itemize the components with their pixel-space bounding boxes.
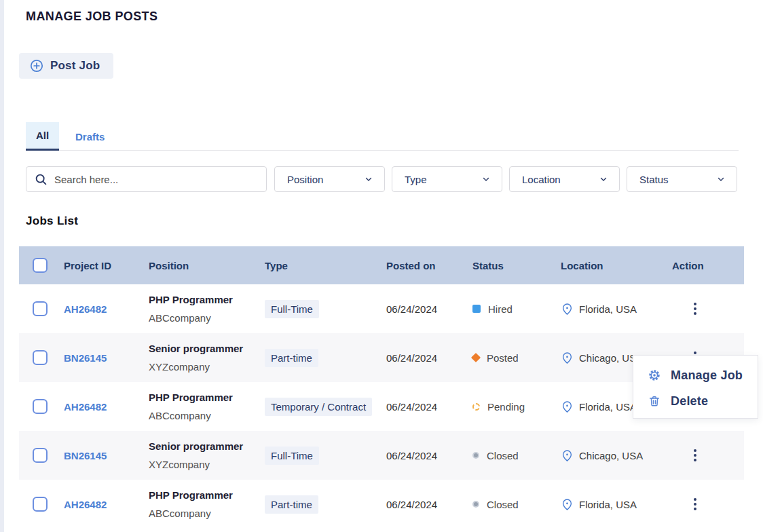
status-label: Hired: [488, 303, 513, 315]
row-actions-menu: Manage Job Delete: [633, 355, 758, 419]
post-job-button[interactable]: Post Job: [19, 53, 113, 79]
table-row: AH26482 PHP Programmer ABCcompany Full-T…: [19, 284, 744, 333]
col-position: Position: [149, 260, 265, 271]
delete-label: Delete: [671, 394, 708, 408]
company-name: ABCcompany: [149, 311, 211, 325]
position-title: Senior programmer: [149, 342, 243, 356]
col-type: Type: [265, 260, 386, 271]
status-label: Closed: [487, 450, 519, 461]
project-id-link[interactable]: BN26145: [64, 352, 107, 364]
row-checkbox[interactable]: [33, 350, 48, 365]
plus-circle-icon: [30, 59, 43, 73]
table-row: AH26482 PHP Programmer ABCcompany Part-t…: [19, 480, 744, 529]
row-checkbox[interactable]: [33, 399, 48, 414]
status-filter-dropdown[interactable]: Status: [627, 166, 737, 192]
col-location: Location: [561, 260, 672, 271]
job-type-badge: Temporary / Contract: [265, 398, 372, 416]
chevron-down-icon: [481, 174, 491, 184]
status-pending-icon: [472, 403, 480, 411]
company-name: XYZcompany: [149, 458, 210, 472]
location-pin-icon: [561, 352, 574, 364]
location-label: Florida, USA: [579, 401, 637, 413]
tab-all[interactable]: All: [26, 122, 59, 151]
search-icon: [35, 173, 48, 186]
table-row: BN26145 Senior programmer XYZcompany Ful…: [19, 431, 744, 480]
location-filter-label: Location: [522, 174, 561, 185]
job-type-badge: Part-time: [265, 349, 318, 367]
row-checkbox[interactable]: [33, 301, 48, 316]
jobs-list-heading: Jobs List: [26, 214, 78, 228]
project-id-link[interactable]: AH26482: [64, 303, 107, 315]
manage-job-label: Manage Job: [671, 368, 743, 383]
location-label: Florida, USA: [579, 303, 637, 315]
location-label: Florida, USA: [579, 499, 637, 510]
chevron-down-icon: [716, 174, 726, 184]
position-title: PHP Programmer: [149, 391, 233, 404]
search-input[interactable]: [54, 174, 258, 185]
manage-job-menu-item[interactable]: Manage Job: [648, 364, 758, 386]
status-label: Closed: [487, 499, 519, 510]
status-filter-label: Status: [639, 174, 669, 185]
location-pin-icon: [561, 498, 574, 511]
tabs: All Drafts: [26, 122, 739, 151]
position-filter-dropdown[interactable]: Position: [274, 166, 385, 192]
status-closed-icon: [472, 452, 479, 459]
company-name: ABCcompany: [149, 507, 211, 520]
status-posted-icon: [471, 353, 481, 362]
select-all-checkbox[interactable]: [33, 258, 48, 273]
position-title: PHP Programmer: [149, 489, 233, 502]
location-filter-dropdown[interactable]: Location: [509, 166, 620, 192]
col-posted-on: Posted on: [386, 260, 472, 271]
type-filter-dropdown[interactable]: Type: [392, 166, 502, 192]
col-project-id: Project ID: [64, 260, 149, 271]
project-id-link[interactable]: AH26482: [64, 499, 107, 510]
position-filter-label: Position: [287, 174, 323, 185]
chevron-down-icon: [599, 174, 608, 184]
status-label: Posted: [487, 352, 519, 364]
filter-bar: Position Type Location Status: [0, 166, 763, 192]
job-type-badge: Full-Time: [265, 446, 319, 465]
status-closed-icon: [472, 501, 479, 508]
location-pin-icon: [561, 400, 574, 413]
position-title: PHP Programmer: [149, 293, 233, 307]
posted-date: 06/24/2024: [386, 352, 472, 364]
chevron-down-icon: [364, 174, 373, 184]
status-label: Pending: [487, 401, 525, 413]
posted-date: 06/24/2024: [386, 450, 472, 461]
col-status: Status: [472, 260, 561, 271]
job-type-badge: Full-Time: [265, 300, 319, 318]
company-name: ABCcompany: [149, 409, 211, 423]
row-checkbox[interactable]: [33, 448, 48, 463]
post-job-label: Post Job: [50, 59, 100, 73]
location-pin-icon: [561, 303, 574, 316]
status-hired-icon: [472, 305, 481, 313]
col-action: Action: [672, 260, 744, 271]
location-label: Chicago, USA: [579, 450, 643, 461]
project-id-link[interactable]: BN26145: [64, 450, 107, 461]
job-type-badge: Part-time: [265, 495, 318, 514]
company-name: XYZcompany: [149, 360, 210, 374]
posted-date: 06/24/2024: [386, 401, 472, 413]
row-actions-kebab[interactable]: [690, 495, 701, 513]
page-title: MANAGE JOB POSTS: [26, 10, 157, 24]
row-checkbox[interactable]: [33, 497, 48, 512]
manage-job-posts-page: MANAGE JOB POSTS Post Job All Drafts Pos…: [0, 0, 763, 532]
sidebar-edge: [0, 0, 4, 532]
trash-icon: [648, 395, 660, 407]
row-actions-kebab[interactable]: [690, 446, 701, 464]
delete-menu-item[interactable]: Delete: [648, 390, 758, 412]
gear-icon: [648, 369, 660, 381]
tab-drafts[interactable]: Drafts: [70, 122, 110, 151]
location-pin-icon: [561, 449, 574, 462]
posted-date: 06/24/2024: [386, 303, 472, 315]
row-actions-kebab[interactable]: [690, 300, 701, 318]
posted-date: 06/24/2024: [386, 499, 472, 510]
table-header-row: Project ID Position Type Posted on Statu…: [19, 246, 744, 284]
search-box[interactable]: [26, 166, 267, 192]
type-filter-label: Type: [405, 174, 427, 185]
position-title: Senior programmer: [149, 440, 243, 453]
project-id-link[interactable]: AH26482: [64, 401, 107, 413]
